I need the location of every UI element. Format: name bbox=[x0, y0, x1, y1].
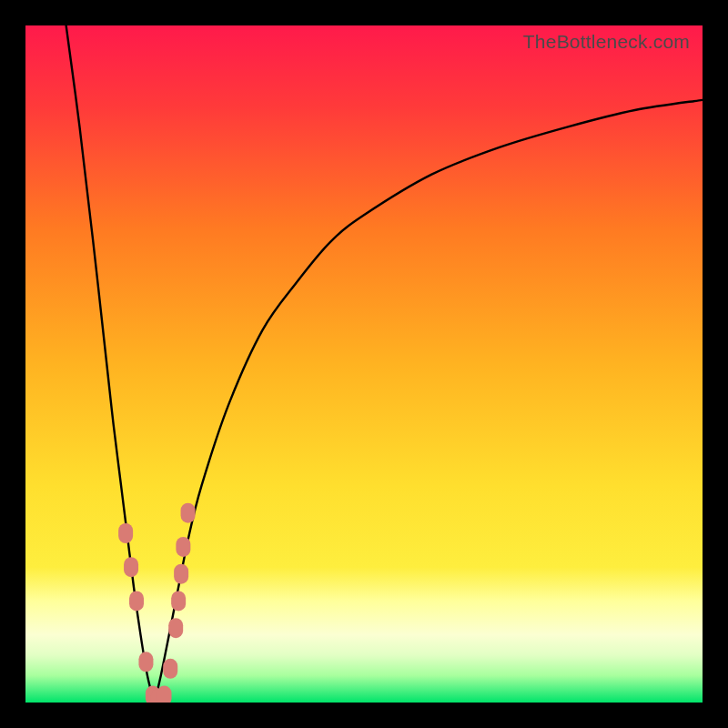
data-marker bbox=[171, 591, 186, 611]
watermark-text: TheBottleneck.com bbox=[523, 31, 690, 53]
chart-svg bbox=[25, 25, 703, 703]
data-marker bbox=[163, 659, 177, 679]
chart-frame: TheBottleneck.com bbox=[0, 0, 728, 728]
data-marker bbox=[181, 503, 196, 523]
data-marker bbox=[138, 652, 153, 672]
data-marker bbox=[157, 686, 172, 703]
data-marker bbox=[129, 591, 144, 611]
data-marker bbox=[124, 557, 138, 577]
plot-area: TheBottleneck.com bbox=[25, 25, 703, 703]
data-marker bbox=[176, 537, 190, 557]
data-markers bbox=[118, 503, 195, 703]
data-marker bbox=[168, 618, 183, 638]
curve-right bbox=[154, 100, 703, 703]
data-marker bbox=[118, 523, 133, 543]
data-marker bbox=[174, 564, 188, 584]
